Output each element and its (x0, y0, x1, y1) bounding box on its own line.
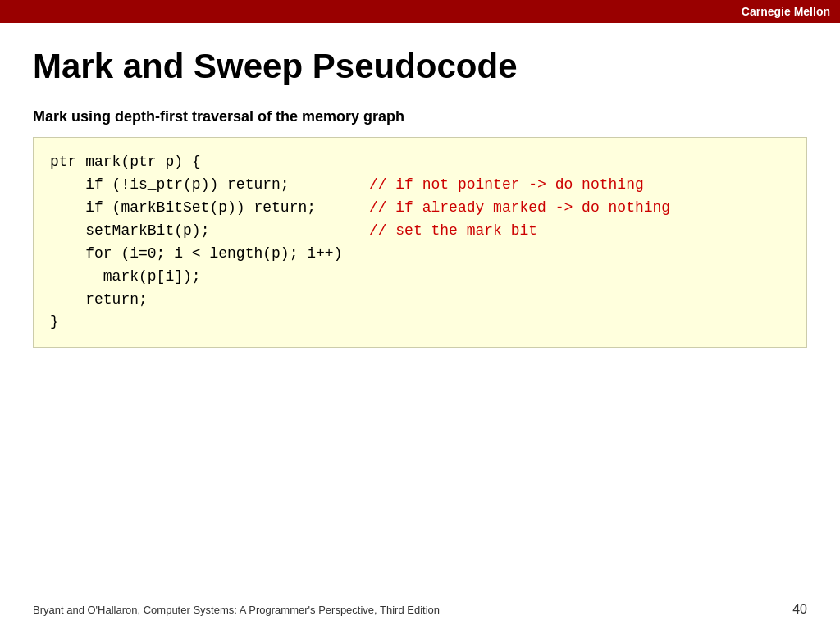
code-red-2: // if not pointer -> do nothing (369, 174, 644, 197)
code-black-3: if (markBitSet(p)) return; (50, 197, 369, 220)
code-red-3: // if already marked -> do nothing (369, 197, 670, 220)
code-line-4: setMarkBit(p); // set the mark bit (50, 220, 790, 243)
code-line-8: } (50, 311, 790, 334)
footer: Bryant and O'Hallaron, Computer Systems:… (0, 602, 840, 617)
code-red-4: // set the mark bit (369, 220, 537, 243)
footer-citation: Bryant and O'Hallaron, Computer Systems:… (33, 604, 440, 616)
code-line-5: for (i=0; i < length(p); i++) (50, 243, 790, 266)
code-black-8: } (50, 311, 59, 334)
code-black-7: return; (50, 289, 148, 312)
code-line-1: ptr mark(ptr p) { (50, 151, 790, 174)
code-black-5: for (i=0; i < length(p); i++) (50, 243, 342, 266)
code-line-7: return; (50, 289, 790, 312)
slide-title: Mark and Sweep Pseudocode (33, 48, 807, 85)
code-line-2: if (!is_ptr(p)) return; // if not pointe… (50, 174, 790, 197)
code-line-3: if (markBitSet(p)) return; // if already… (50, 197, 790, 220)
brand-logo: Carnegie Mellon (742, 5, 830, 18)
code-block: ptr mark(ptr p) { if (!is_ptr(p)) return… (33, 137, 807, 348)
code-black-1: ptr mark(ptr p) { (50, 151, 201, 174)
code-black-2: if (!is_ptr(p)) return; (50, 174, 369, 197)
code-line-6: mark(p[i]); (50, 266, 790, 289)
code-black-6: mark(p[i]); (50, 266, 201, 289)
main-content: Mark and Sweep Pseudocode Mark using dep… (0, 23, 840, 364)
code-black-4: setMarkBit(p); (50, 220, 369, 243)
footer-page-number: 40 (792, 602, 807, 617)
top-bar: Carnegie Mellon (0, 0, 840, 23)
slide-subtitle: Mark using depth-first traversal of the … (33, 108, 807, 126)
